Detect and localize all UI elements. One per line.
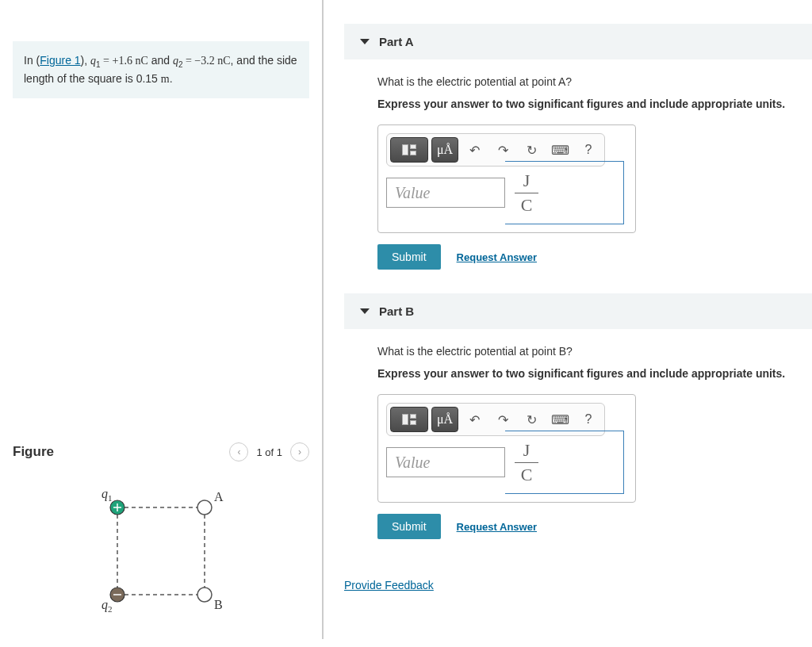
text: In ( [24, 54, 40, 67]
provide-feedback-link[interactable]: Provide Feedback [344, 563, 434, 591]
figure-image: q 1 A q 2 B [13, 476, 309, 626]
svg-text:1: 1 [108, 493, 113, 503]
part-b-title: Part B [379, 304, 414, 318]
part-a-instruction: Express your answer to two significant f… [377, 98, 796, 110]
part-a-request-answer[interactable]: Request Answer [457, 251, 537, 263]
part-a-question: What is the electric potential at point … [377, 75, 796, 88]
next-figure-button[interactable]: › [290, 442, 309, 461]
help-button[interactable]: ? [576, 138, 601, 162]
svg-text:2: 2 [108, 604, 113, 614]
eq2: = [182, 55, 194, 67]
units-button[interactable]: μÅ [431, 407, 458, 432]
help-button[interactable]: ? [576, 408, 601, 431]
part-b-question: What is the electric potential at point … [377, 345, 796, 358]
templates-icon [402, 144, 416, 155]
part-b-submit-button[interactable]: Submit [377, 514, 441, 539]
unit-fraction: J C [515, 170, 538, 216]
problem-statement: In (Figure 1), q1 = +1.6 nC and q2 = −3.… [13, 41, 309, 98]
part-b-unit-box[interactable]: J C [505, 431, 624, 494]
part-a-body: What is the electric potential at point … [344, 75, 812, 293]
templates-icon [402, 414, 416, 425]
fraction-line [515, 462, 538, 463]
reset-button[interactable]: ↻ [519, 138, 544, 162]
var-q2: q [173, 55, 178, 67]
figure-header: Figure ‹ 1 of 1 › [13, 442, 309, 461]
part-a-actions: Submit Request Answer [377, 244, 796, 270]
units-button[interactable]: μÅ [431, 137, 458, 163]
part-b-header[interactable]: Part B [344, 293, 812, 329]
unit-top: J [523, 170, 530, 191]
figure-nav: ‹ 1 of 1 › [229, 442, 309, 461]
figure-title: Figure [13, 444, 54, 460]
caret-down-icon [360, 39, 370, 44]
templates-button[interactable] [390, 407, 428, 432]
part-b-actions: Submit Request Answer [377, 514, 796, 539]
square-diagram: q 1 A q 2 B [82, 484, 240, 618]
caret-down-icon [360, 308, 370, 314]
prev-figure-button[interactable]: ‹ [229, 442, 248, 461]
part-b-instruction: Express your answer to two significant f… [377, 367, 796, 380]
part-b-input-row: Value J C [386, 447, 627, 494]
eq: = [101, 55, 113, 67]
fraction-line [515, 193, 538, 193]
text: and [148, 54, 173, 67]
unit-bot: C [521, 195, 533, 216]
period: . [170, 72, 173, 85]
text: ), [81, 54, 90, 67]
figure-section: Figure ‹ 1 of 1 › q 1 [13, 442, 309, 626]
part-a-value-input[interactable]: Value [386, 178, 505, 208]
unit-fraction: J C [515, 440, 538, 485]
part-a-input-row: Value J C [386, 178, 627, 224]
part-b-body: What is the electric potential at point … [344, 345, 812, 563]
part-a: Part A What is the electric potential at… [344, 24, 812, 293]
part-b-request-answer[interactable]: Request Answer [457, 521, 537, 533]
redo-button[interactable]: ↷ [490, 408, 515, 431]
unit-top: J [523, 440, 530, 461]
part-a-submit-button[interactable]: Submit [377, 244, 441, 270]
q1-value: +1.6 nC [113, 55, 148, 67]
part-b: Part B What is the electric potential at… [344, 293, 812, 563]
var-q1: q [90, 55, 96, 67]
svg-point-10 [197, 588, 212, 602]
unit-bot: C [521, 465, 533, 485]
part-b-value-input[interactable]: Value [386, 447, 505, 477]
q2-value: −3.2 nC [194, 55, 230, 67]
svg-point-7 [197, 500, 212, 515]
part-a-title: Part A [379, 35, 414, 48]
figure-count: 1 of 1 [256, 446, 282, 458]
svg-text:q: q [102, 487, 108, 501]
templates-button[interactable] [390, 137, 428, 163]
part-a-answer-box: μÅ ↶ ↷ ↻ ⌨ ? Value J C [377, 124, 636, 233]
svg-text:A: A [214, 490, 224, 503]
unit-m: m [161, 73, 170, 85]
undo-button[interactable]: ↶ [462, 138, 487, 162]
figure-link[interactable]: Figure 1 [40, 54, 80, 67]
part-b-answer-box: μÅ ↶ ↷ ↻ ⌨ ? Value J C [377, 394, 636, 503]
keyboard-button[interactable]: ⌨ [547, 408, 573, 431]
keyboard-button[interactable]: ⌨ [547, 138, 573, 162]
svg-text:q: q [102, 598, 108, 612]
left-panel: In (Figure 1), q1 = +1.6 nC and q2 = −3.… [0, 0, 324, 639]
reset-button[interactable]: ↻ [519, 408, 544, 431]
redo-button[interactable]: ↷ [490, 138, 515, 162]
undo-button[interactable]: ↶ [462, 408, 487, 431]
right-panel: Part A What is the electric potential at… [344, 0, 812, 647]
svg-text:B: B [214, 598, 223, 611]
part-a-header[interactable]: Part A [344, 24, 812, 59]
part-a-unit-box[interactable]: J C [505, 161, 624, 224]
